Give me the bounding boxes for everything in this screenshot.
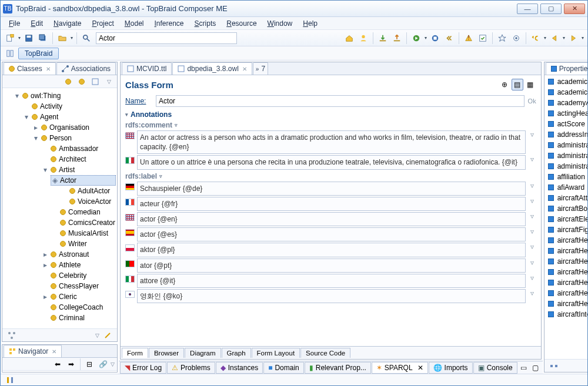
- property-row[interactable]: administrativeDistrict: [544, 150, 587, 161]
- property-row[interactable]: aircraftInterceptor: [544, 309, 587, 320]
- property-row[interactable]: aircraftHelicopterTransport: [544, 288, 587, 298]
- nav-link-icon[interactable]: 🔗: [97, 358, 109, 370]
- btab-problems[interactable]: ⚠Problems: [167, 362, 215, 374]
- property-row[interactable]: academicAdvisor: [544, 76, 587, 87]
- close-button[interactable]: ✕: [564, 4, 585, 14]
- save-all-button[interactable]: [37, 32, 49, 44]
- new-class-icon[interactable]: [62, 76, 74, 88]
- form-layout-icon3[interactable]: ▦: [524, 79, 536, 90]
- nav-collapse-icon[interactable]: ⊟: [83, 358, 95, 370]
- label-value[interactable]: 영화인 {@ko}: [137, 289, 526, 303]
- label-value[interactable]: actor {@en}: [137, 212, 526, 226]
- btab-domain[interactable]: ■Domain: [263, 362, 304, 374]
- search-icon[interactable]: [81, 32, 92, 44]
- save-button[interactable]: [23, 32, 35, 44]
- property-row[interactable]: aircraftFighter: [544, 224, 587, 235]
- property-row[interactable]: aircraftElectronic: [544, 214, 587, 224]
- btab-errorlog[interactable]: ◥Error Log: [120, 362, 166, 374]
- property-row[interactable]: academyAward: [544, 98, 587, 108]
- import-icon[interactable]: [377, 32, 389, 44]
- status-icon[interactable]: [4, 374, 16, 386]
- btab-imports[interactable]: 🌐Imports: [429, 362, 473, 374]
- property-row[interactable]: afiAward: [544, 182, 587, 193]
- home-icon[interactable]: [343, 32, 355, 44]
- warning-icon[interactable]: !: [463, 32, 475, 44]
- wand-icon[interactable]: [102, 330, 113, 341]
- search-field[interactable]: [99, 34, 234, 42]
- editor-tab-mcvid[interactable]: MCVID.ttl: [122, 62, 172, 75]
- btab-instances[interactable]: ◆Instances: [216, 362, 263, 374]
- export-icon[interactable]: [391, 32, 403, 44]
- editor-tab-dbpedia[interactable]: dbpedia_3.8.owl ✕: [172, 62, 252, 75]
- rewind-icon[interactable]: [443, 32, 455, 44]
- properties-list[interactable]: academicAdvisoracademicDisciplineacademy…: [544, 75, 587, 359]
- menu-resource[interactable]: Resource: [222, 18, 261, 29]
- property-row[interactable]: administrator: [544, 161, 587, 172]
- property-row[interactable]: aircraftHelicopter: [544, 235, 587, 246]
- tree-layout-icon[interactable]: [6, 330, 18, 341]
- foot-tab-graph[interactable]: Graph: [222, 348, 251, 358]
- foot-tab-source[interactable]: Source Code: [300, 348, 350, 358]
- property-row[interactable]: administrativeCollectivity: [544, 140, 587, 150]
- label-value[interactable]: aktor {@pl}: [137, 243, 526, 257]
- tab-properties[interactable]: Properties✕: [546, 62, 587, 75]
- property-row[interactable]: actScore: [544, 119, 587, 129]
- close-tab-icon[interactable]: ✕: [46, 66, 51, 72]
- label-value[interactable]: attore {@it}: [137, 274, 526, 288]
- label-value[interactable]: ator {@pt}: [137, 259, 526, 273]
- property-row[interactable]: academicDiscipline: [544, 87, 587, 98]
- form-layout-icon1[interactable]: ⊕: [499, 79, 510, 90]
- minimize-view-icon[interactable]: ▭: [518, 362, 530, 374]
- foot-tab-diagram[interactable]: Diagram: [185, 348, 220, 358]
- nav-back-icon[interactable]: ⬅: [52, 358, 64, 370]
- menu-window[interactable]: Window: [263, 18, 298, 29]
- filter-icon[interactable]: [89, 76, 101, 88]
- new-subclass-icon[interactable]: [76, 76, 88, 88]
- form-layout-icon2[interactable]: ▤: [512, 79, 523, 90]
- property-row[interactable]: aircraftHelicopterCargo: [544, 256, 587, 267]
- maximize-button[interactable]: ▢: [540, 4, 562, 14]
- menu-project[interactable]: Project: [87, 18, 118, 29]
- collapse-icon[interactable]: ▽: [103, 76, 115, 88]
- property-row[interactable]: aircraftAttack: [544, 193, 587, 203]
- tab-navigator[interactable]: Navigator ✕: [4, 345, 62, 357]
- label-value[interactable]: Schauspieler {@de}: [137, 182, 526, 196]
- open-file-button[interactable]: [56, 32, 68, 44]
- property-row[interactable]: addressInRoad: [544, 129, 587, 140]
- menu-scripts[interactable]: Scripts: [190, 18, 221, 29]
- foot-tab-formlayout[interactable]: Form Layout: [252, 348, 300, 358]
- open-perspective-icon[interactable]: [4, 48, 16, 59]
- property-row[interactable]: aircraftHelicopterAttack: [544, 246, 587, 256]
- minimize-button[interactable]: —: [517, 4, 538, 14]
- new-button[interactable]: [4, 32, 16, 44]
- property-row[interactable]: aircraftHelicopterMultirole: [544, 267, 587, 277]
- menu-help[interactable]: Help: [298, 18, 322, 29]
- foot-tab-browser[interactable]: Browser: [149, 348, 184, 358]
- forward-arrow-icon[interactable]: [567, 32, 579, 44]
- target-icon[interactable]: [510, 32, 522, 44]
- property-row[interactable]: aircraftBomber: [544, 203, 587, 214]
- menu-model[interactable]: Model: [120, 18, 149, 29]
- run-icon[interactable]: [410, 32, 422, 44]
- label-value[interactable]: actor {@es}: [137, 227, 526, 241]
- menu-edit[interactable]: Edit: [26, 18, 48, 29]
- props-layout-icon[interactable]: [548, 360, 560, 372]
- perspective-topbraid[interactable]: TopBraid: [18, 48, 59, 59]
- property-row[interactable]: aircraftHelicopterUtility: [544, 298, 587, 309]
- btab-relevant[interactable]: ▮Relevant Prop...: [305, 362, 371, 374]
- nav-fwd-icon[interactable]: ➡: [65, 358, 77, 370]
- tab-classes[interactable]: Classes ✕: [4, 62, 56, 75]
- foot-tab-form[interactable]: Form: [122, 348, 148, 358]
- person-icon[interactable]: [358, 32, 369, 44]
- label-value[interactable]: acteur {@fr}: [137, 197, 526, 211]
- script-icon[interactable]: [477, 32, 489, 44]
- search-input[interactable]: [96, 32, 237, 44]
- tab-associations[interactable]: Associations: [56, 62, 116, 75]
- menu-inference[interactable]: Inference: [149, 18, 188, 29]
- property-row[interactable]: aircraftHelicopterObservation: [544, 277, 587, 288]
- maximize-view-icon[interactable]: ▢: [530, 362, 542, 374]
- editor-tabs-overflow[interactable]: »7: [253, 62, 268, 75]
- stop-icon[interactable]: [429, 32, 441, 44]
- property-row[interactable]: actingHeadteacher: [544, 108, 587, 119]
- class-tree[interactable]: ▾owl:Thing Activity ▾Agent ▸Organisation…: [2, 88, 117, 328]
